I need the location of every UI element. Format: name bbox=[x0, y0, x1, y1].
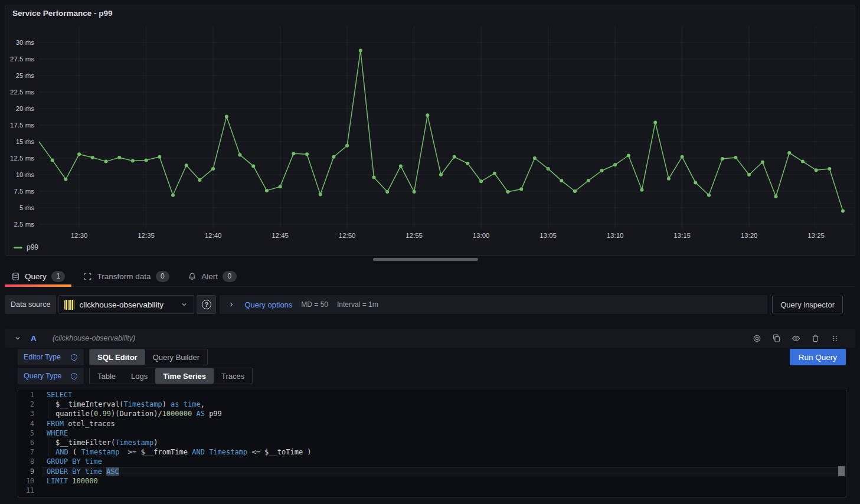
line-number: 3 bbox=[18, 409, 42, 418]
tab-alert[interactable]: Alert0 bbox=[181, 267, 243, 286]
code-line-10[interactable]: 10LIMIT 100000 bbox=[18, 476, 846, 486]
chevron-right-icon bbox=[227, 300, 236, 309]
transform-icon bbox=[83, 272, 92, 281]
timeseries-panel: Service Performance - p99 2.5 ms5 ms7.5 … bbox=[5, 5, 855, 256]
svg-text:12:45: 12:45 bbox=[272, 232, 289, 239]
line-number: 9 bbox=[18, 467, 42, 476]
code-line-11[interactable]: 11 bbox=[18, 486, 846, 495]
tab-label: Transform data bbox=[97, 272, 151, 281]
editor-type-group: SQL EditorQuery Builder bbox=[89, 349, 208, 365]
query-type-option-traces[interactable]: Traces bbox=[214, 368, 252, 384]
code-text: FROM otel_traces bbox=[42, 419, 846, 428]
sql-editor[interactable]: 1SELECT2$__timeInterval(Timestamp) as ti… bbox=[18, 388, 846, 498]
code-line-5[interactable]: 5WHERE bbox=[18, 428, 846, 438]
code-text: SELECT bbox=[42, 390, 846, 400]
trash-icon[interactable] bbox=[811, 334, 820, 343]
info-icon[interactable] bbox=[70, 372, 78, 380]
clickhouse-logo-icon bbox=[64, 300, 74, 310]
code-line-7[interactable]: 7AND ( Timestamp >= $__fromTime AND Time… bbox=[18, 447, 846, 457]
query-header-row[interactable]: A (clickhouse-observability) bbox=[5, 329, 855, 348]
help-icon: ? bbox=[202, 300, 211, 309]
svg-text:20 ms: 20 ms bbox=[16, 105, 35, 112]
query-type-chip: Query Type bbox=[18, 368, 84, 384]
legend: p99 bbox=[14, 243, 38, 251]
query-options-link[interactable]: Query options bbox=[244, 300, 292, 309]
svg-text:12:55: 12:55 bbox=[406, 232, 423, 239]
editor-type-row: Editor Type SQL EditorQuery Builder bbox=[18, 349, 208, 365]
interval-value: Interval = 1m bbox=[337, 300, 378, 309]
query-actions bbox=[753, 334, 839, 343]
query-type-option-logs[interactable]: Logs bbox=[123, 368, 155, 384]
code-line-8[interactable]: 8GROUP BY time bbox=[18, 457, 846, 466]
query-inspector-button[interactable]: Query inspector bbox=[772, 296, 843, 313]
query-type-option-table[interactable]: Table bbox=[90, 368, 123, 384]
svg-text:13:15: 13:15 bbox=[673, 232, 691, 239]
collapse-chevron-down-icon[interactable] bbox=[14, 334, 22, 342]
svg-text:7.5 ms: 7.5 ms bbox=[14, 188, 34, 195]
line-number: 6 bbox=[18, 438, 42, 447]
svg-text:5 ms: 5 ms bbox=[19, 204, 34, 211]
code-line-1[interactable]: 1SELECT bbox=[18, 390, 846, 400]
info-icon[interactable] bbox=[70, 354, 78, 361]
indent-guide bbox=[48, 400, 55, 409]
database-icon bbox=[11, 272, 20, 281]
tab-label: Query bbox=[25, 272, 47, 281]
max-data-points-value: MD = 50 bbox=[301, 300, 328, 309]
record-icon[interactable] bbox=[753, 334, 761, 343]
overview-ruler-cursor bbox=[838, 466, 845, 476]
eye-icon[interactable] bbox=[792, 334, 800, 343]
code-line-9[interactable]: 9ORDER BY time ASC bbox=[18, 467, 846, 476]
code-line-6[interactable]: 6$__timeFilter(Timestamp) bbox=[18, 438, 846, 447]
query-type-label: Query Type bbox=[24, 372, 61, 380]
datasource-value: clickhouse-observability bbox=[79, 300, 175, 309]
legend-series-marker bbox=[14, 247, 22, 248]
query-ref-id[interactable]: A bbox=[31, 334, 37, 343]
tab-transform-data[interactable]: Transform data0 bbox=[77, 267, 176, 286]
datasource-label: Data source bbox=[5, 295, 56, 314]
svg-text:30 ms: 30 ms bbox=[16, 39, 35, 46]
svg-text:12:30: 12:30 bbox=[71, 232, 88, 239]
code-text: AND ( Timestamp >= $__fromTime AND Times… bbox=[42, 447, 846, 457]
svg-text:15 ms: 15 ms bbox=[16, 138, 35, 145]
editor-type-option-query-builder[interactable]: Query Builder bbox=[145, 349, 207, 365]
query-options-bar[interactable]: Query options MD = 50 Interval = 1m bbox=[220, 295, 767, 314]
line-number: 8 bbox=[18, 457, 42, 466]
query-type-group: TableLogsTime SeriesTraces bbox=[89, 368, 253, 384]
line-number: 7 bbox=[18, 447, 42, 457]
tab-badge: 0 bbox=[156, 271, 170, 282]
svg-text:13:05: 13:05 bbox=[539, 232, 557, 239]
code-text: quantile(0.99)(Duration)/1000000 AS p99 bbox=[42, 409, 846, 418]
tab-query[interactable]: Query1 bbox=[5, 267, 71, 286]
line-number: 5 bbox=[18, 428, 42, 438]
editor-type-option-sql-editor[interactable]: SQL Editor bbox=[90, 349, 145, 365]
svg-text:17.5 ms: 17.5 ms bbox=[10, 122, 34, 129]
svg-text:22.5 ms: 22.5 ms bbox=[10, 89, 34, 96]
tab-label: Alert bbox=[201, 272, 218, 281]
datasource-help-button[interactable]: ? bbox=[197, 295, 216, 314]
chevron-down-icon bbox=[180, 300, 188, 309]
copy-icon[interactable] bbox=[772, 334, 781, 343]
line-number: 4 bbox=[18, 419, 42, 428]
tabs-bar: Query1Transform data0Alert0 bbox=[5, 267, 855, 287]
legend-series-label[interactable]: p99 bbox=[27, 243, 38, 251]
datasource-picker[interactable]: clickhouse-observability bbox=[58, 295, 194, 314]
code-line-2[interactable]: 2$__timeInterval(Timestamp) as time, bbox=[18, 400, 846, 409]
code-line-4[interactable]: 4FROM otel_traces bbox=[18, 419, 846, 428]
horizontal-scrollbar[interactable] bbox=[373, 258, 478, 261]
code-line-3[interactable]: 3quantile(0.99)(Duration)/1000000 AS p99 bbox=[18, 409, 846, 418]
svg-text:25 ms: 25 ms bbox=[16, 72, 35, 79]
drag-handle-icon[interactable] bbox=[830, 334, 839, 343]
svg-text:10 ms: 10 ms bbox=[16, 171, 35, 178]
line-number: 10 bbox=[18, 476, 42, 486]
svg-text:13:25: 13:25 bbox=[807, 232, 825, 239]
svg-text:27.5 ms: 27.5 ms bbox=[10, 55, 34, 63]
panel-title: Service Performance - p99 bbox=[12, 9, 113, 18]
query-type-option-time-series[interactable]: Time Series bbox=[155, 368, 214, 384]
datasource-bar: Data source clickhouse-observability ? Q… bbox=[5, 295, 855, 314]
run-query-button[interactable]: Run Query bbox=[790, 349, 846, 365]
indent-guide bbox=[48, 438, 55, 447]
timeseries-chart: 2.5 ms5 ms7.5 ms10 ms12.5 ms15 ms17.5 ms… bbox=[5, 22, 856, 243]
code-text: $__timeFilter(Timestamp) bbox=[42, 438, 846, 447]
code-text bbox=[42, 486, 846, 495]
tab-badge: 0 bbox=[223, 271, 237, 282]
